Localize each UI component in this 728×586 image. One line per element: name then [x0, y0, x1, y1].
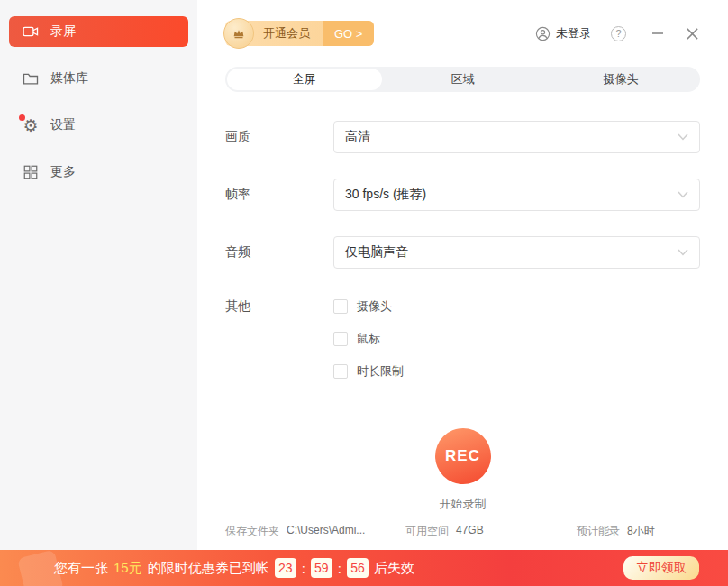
quality-row: 画质 高清 [225, 121, 700, 153]
crown-icon [223, 18, 254, 49]
sidebar-item-label: 媒体库 [50, 70, 88, 87]
fps-label: 帧率 [225, 187, 333, 203]
sidebar: 录屏 媒体库 ⚙ 设置 更多 [0, 0, 197, 586]
app-window: 录屏 媒体库 ⚙ 设置 更多 [0, 0, 728, 586]
countdown-separator: : [338, 561, 341, 576]
free-space-value: 47GB [456, 524, 484, 539]
checkbox-label: 时长限制 [357, 363, 404, 380]
audio-select[interactable]: 仅电脑声音 [333, 236, 700, 269]
login-label: 未登录 [556, 25, 591, 41]
checkbox-icon[interactable] [333, 332, 348, 346]
sidebar-item-label: 设置 [50, 117, 76, 133]
checkbox-icon[interactable] [333, 364, 348, 379]
coupon-prefix: 您有一张 [54, 560, 108, 577]
quality-value: 高清 [345, 129, 370, 145]
coupon-message: 您有一张 15元 的限时优惠券已到帐 23 : 59 : 56 后失效 [54, 558, 414, 578]
countdown-hours: 23 [275, 558, 296, 578]
tab-fullscreen[interactable]: 全屏 [227, 69, 382, 90]
audio-label: 音频 [225, 244, 333, 261]
other-row: 其他 摄像头 鼠标 时长限制 [225, 298, 700, 396]
estimate-value: 8小时 [627, 524, 655, 539]
close-button[interactable] [684, 25, 700, 41]
gear-icon: ⚙ [22, 116, 40, 134]
sidebar-item-media-library[interactable]: 媒体库 [9, 63, 188, 94]
chevron-down-icon [678, 133, 688, 141]
fps-select[interactable]: 30 fps/s (推荐) [333, 179, 700, 211]
sidebar-item-label: 更多 [50, 164, 76, 180]
fps-row: 帧率 30 fps/s (推荐) [225, 179, 700, 211]
record-caption: 开始录制 [440, 496, 487, 512]
tab-region[interactable]: 区域 [386, 69, 541, 90]
vip-upgrade-button[interactable]: 开通会员 GO > [225, 21, 374, 46]
checkbox-icon[interactable] [333, 299, 348, 314]
topbar: 开通会员 GO > 未登录 ? [225, 20, 700, 47]
countdown-separator: : [302, 561, 305, 576]
checkbox-label: 摄像头 [357, 298, 392, 315]
notification-dot [19, 114, 25, 121]
capture-mode-tabs: 全屏 区域 摄像头 [225, 67, 700, 92]
claim-coupon-button[interactable]: 立即领取 [623, 556, 699, 580]
sidebar-item-record[interactable]: 录屏 [9, 16, 188, 47]
quality-label: 画质 [225, 129, 333, 145]
main-panel: 开通会员 GO > 未登录 ? 全屏 区域 摄像头 [197, 0, 728, 586]
fps-value: 30 fps/s (推荐) [345, 187, 426, 203]
sidebar-item-more[interactable]: 更多 [9, 157, 188, 188]
help-icon[interactable]: ? [611, 26, 626, 41]
checkbox-duration-limit[interactable]: 时长限制 [333, 363, 404, 380]
vip-go-button[interactable]: GO > [323, 21, 374, 46]
sidebar-item-label: 录屏 [50, 23, 76, 40]
grid-icon [22, 163, 40, 181]
status-bar: 保存文件夹 C:\Users\Admi... 可用空间 47GB 预计能录 8小… [225, 524, 700, 539]
free-space-label: 可用空间 [405, 524, 449, 539]
countdown-seconds: 56 [347, 558, 369, 578]
save-folder-value[interactable]: C:\Users\Admi... [287, 524, 365, 539]
other-label: 其他 [225, 298, 333, 396]
folder-icon [22, 69, 40, 87]
chevron-down-icon [678, 191, 688, 198]
countdown-minutes: 59 [311, 558, 332, 578]
window-controls: 未登录 ? [535, 25, 700, 41]
coupon-middle: 的限时优惠券已到帐 [148, 560, 269, 577]
coupon-suffix: 后失效 [374, 560, 414, 577]
minimize-button[interactable] [650, 25, 666, 41]
coupon-banner: 您有一张 15元 的限时优惠券已到帐 23 : 59 : 56 后失效 立即领取 [0, 550, 728, 586]
vip-label: 开通会员 [258, 25, 323, 41]
save-folder-label: 保存文件夹 [225, 524, 279, 539]
video-camera-icon [22, 23, 40, 41]
sidebar-item-settings[interactable]: ⚙ 设置 [9, 110, 188, 141]
user-icon [535, 26, 551, 41]
record-section: REC 开始录制 [225, 428, 700, 512]
tab-camera[interactable]: 摄像头 [543, 69, 698, 90]
checkbox-label: 鼠标 [357, 331, 380, 347]
quality-select[interactable]: 高清 [333, 121, 700, 153]
record-button[interactable]: REC [435, 428, 491, 484]
audio-row: 音频 仅电脑声音 [225, 236, 700, 269]
audio-value: 仅电脑声音 [345, 244, 408, 261]
checkbox-camera[interactable]: 摄像头 [333, 298, 404, 315]
estimate-label: 预计能录 [577, 524, 620, 539]
checkbox-mouse[interactable]: 鼠标 [333, 331, 404, 347]
coupon-amount: 15元 [114, 560, 142, 577]
login-button[interactable]: 未登录 [535, 25, 591, 41]
chevron-down-icon [678, 249, 688, 256]
